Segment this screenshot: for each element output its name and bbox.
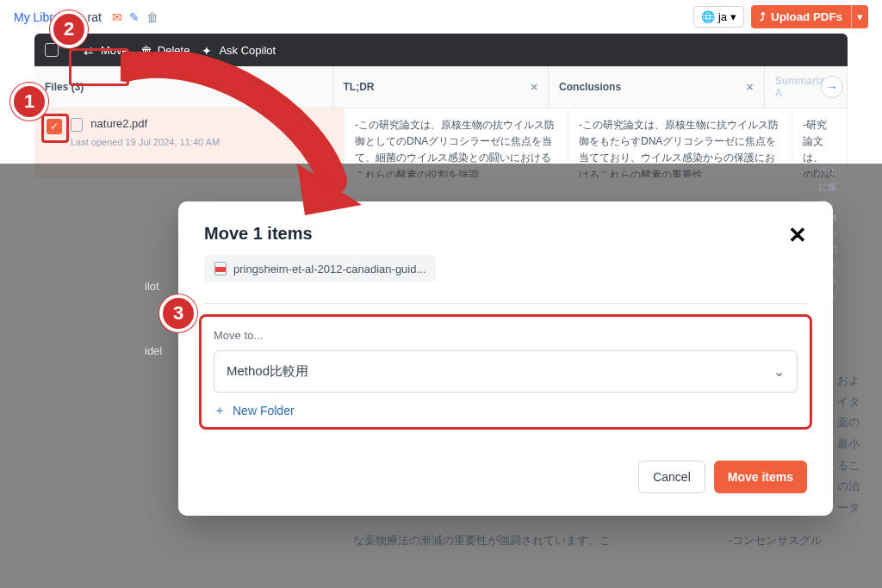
delete-label: Delete: [158, 44, 190, 57]
folder-select[interactable]: Method比較用 ⌄: [214, 350, 798, 393]
file-chip-label: pringsheim-et-al-2012-canadian-guid...: [233, 263, 425, 275]
upload-dropdown-button[interactable]: ▾: [851, 5, 868, 28]
conclusions-header-label: Conclusions: [559, 81, 621, 93]
breadcrumb-current: rat: [88, 10, 102, 24]
upload-icon: ⤴: [760, 10, 766, 23]
tldr-header-label: TL;DR: [344, 81, 375, 93]
delete-button[interactable]: 🗑 Delete: [140, 44, 190, 57]
annotation-badge-2: 2: [50, 10, 88, 48]
column-header-tldr: TL;DR ×: [333, 66, 550, 108]
row-checkbox-checked[interactable]: ✓: [47, 119, 62, 134]
move-modal: Move 1 items ✕ pringsheim-et-al-2012-can…: [178, 201, 833, 516]
trash-icon: 🗑: [140, 44, 152, 56]
select-all-checkbox[interactable]: [45, 43, 59, 57]
move-items-button[interactable]: Move items: [714, 461, 807, 493]
breadcrumb-actions: ✉ ✎ 🗑: [112, 10, 158, 24]
plus-icon: ＋: [214, 403, 226, 418]
last-opened-label: Last opened 19 Jul 2024, 11:40 AM: [71, 137, 333, 147]
file-chip: pringsheim-et-al-2012-canadian-guid...: [204, 255, 436, 282]
sparkle-icon: ✦: [202, 44, 214, 56]
chevron-down-icon: ⌄: [773, 363, 785, 380]
language-selector[interactable]: 🌐 ja ▾: [693, 6, 744, 28]
column-headers: Files (3) TL;DR × Conclusions × Summariz…: [34, 66, 848, 108]
new-folder-button[interactable]: ＋ New Folder: [214, 403, 798, 418]
close-icon[interactable]: ×: [531, 80, 537, 94]
close-icon[interactable]: ×: [746, 80, 753, 94]
files-header-label: Files (3): [45, 81, 84, 93]
annotation-badge-3: 3: [159, 294, 197, 332]
column-header-conclusions: Conclusions ×: [549, 66, 765, 108]
selected-folder-label: Method比較用: [227, 363, 308, 380]
annotation-badge-1: 1: [10, 83, 48, 121]
move-icon: ⇄: [84, 44, 96, 56]
move-label: Move: [101, 44, 128, 57]
edit-icon[interactable]: ✎: [129, 10, 140, 24]
cancel-button[interactable]: Cancel: [638, 461, 705, 493]
action-toolbar: ⇄ Move 🗑 Delete ✦ Ask Copilot: [34, 34, 848, 66]
pdf-icon: [214, 262, 227, 275]
header-right: 🌐 ja ▾ ⤴ Upload PDFs ▾: [693, 5, 868, 28]
globe-icon: 🌐: [701, 10, 715, 23]
ask-copilot-label: Ask Copilot: [219, 44, 276, 57]
modal-title: Move 1 items: [204, 224, 313, 244]
language-label: ja: [718, 10, 727, 23]
chat-icon[interactable]: ✉: [112, 10, 122, 24]
go-arrow-button[interactable]: →: [821, 76, 843, 98]
ask-copilot-button[interactable]: ✦ Ask Copilot: [202, 44, 276, 57]
upload-label: Upload PDFs: [771, 10, 842, 23]
file-name: nature2.pdf: [90, 117, 147, 130]
divider: [204, 303, 807, 304]
chevron-down-icon: ▾: [730, 10, 736, 23]
column-header-files: Files (3): [34, 66, 333, 108]
column-header-summarized: Summarized A →: [765, 66, 848, 108]
top-bar: My Library > rat ✉ ✎ 🗑 🌐 ja ▾ ⤴ Upload P…: [0, 0, 882, 34]
move-button[interactable]: ⇄ Move: [84, 44, 128, 57]
upload-pdfs-button[interactable]: ⤴ Upload PDFs: [751, 5, 851, 28]
close-icon[interactable]: ✕: [788, 224, 807, 246]
move-to-label: Move to...: [214, 329, 798, 342]
move-to-section: Move to... Method比較用 ⌄ ＋ New Folder: [199, 314, 812, 430]
new-folder-label: New Folder: [233, 404, 295, 418]
pdf-icon: [71, 118, 83, 132]
upload-button-group: ⤴ Upload PDFs ▾: [751, 5, 868, 28]
trash-icon[interactable]: 🗑: [146, 10, 158, 24]
ghost-right-list: およ イタ 薬の 最小 るこ の治 ータ: [837, 370, 882, 519]
